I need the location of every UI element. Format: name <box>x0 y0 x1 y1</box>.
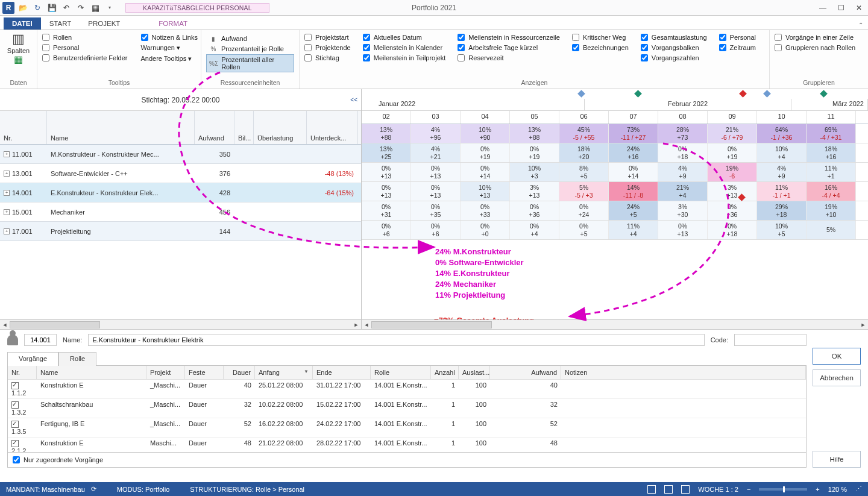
grid-cell[interactable]: 0%+5 <box>559 221 609 239</box>
cb-aktuelles-datum[interactable] <box>363 34 370 41</box>
table-row[interactable]: +15.001Mechaniker456 <box>0 202 361 222</box>
tab-datei[interactable]: DATEI <box>4 17 41 30</box>
grid-cell[interactable]: 13%+25 <box>362 143 411 162</box>
dcol-notizen[interactable]: Notizen <box>561 366 806 379</box>
refresh-status-icon[interactable]: ⟳ <box>91 485 96 493</box>
dcol-projekt[interactable]: Projekt <box>146 366 185 379</box>
grid-cell[interactable]: 4%+9 <box>658 163 708 181</box>
dcol-auslast[interactable]: Auslast... <box>459 366 490 379</box>
dcol-aufwand[interactable]: Aufwand <box>490 366 561 379</box>
grid-cell[interactable]: 8%+5 <box>559 163 609 181</box>
grid-cell[interactable]: 0%+13 <box>362 182 411 201</box>
cb-reservezeit[interactable] <box>458 54 465 61</box>
column-excel-icon[interactable]: ▦ <box>14 57 23 63</box>
grid-cell[interactable]: 45%-5 / +55 <box>559 124 609 143</box>
grid-cell[interactable]: 73%-11 / +27 <box>609 124 658 143</box>
grid-cell[interactable]: 64%-1 / +36 <box>757 124 807 143</box>
dcol-name[interactable]: Name <box>37 366 146 379</box>
grid-cell[interactable]: 0%+13 <box>411 163 461 181</box>
expand-icon[interactable]: + <box>4 151 10 157</box>
grid-cell[interactable]: 18%+20 <box>559 143 609 162</box>
detail-row[interactable]: 1.3.5Fertigung, IB E_Maschi...Dauer5216.… <box>8 418 806 438</box>
grid-cell[interactable]: 0%+6 <box>362 221 411 239</box>
dcol-anzahl[interactable]: Anzahl <box>431 366 459 379</box>
ok-button[interactable]: OK <box>813 348 861 365</box>
grid-cell[interactable]: 21%-6 / +79 <box>708 124 757 143</box>
tab-projekt[interactable]: PROJEKT <box>80 17 128 30</box>
cb-vorgangszahlen[interactable] <box>641 54 648 61</box>
expand-icon[interactable]: + <box>4 228 10 234</box>
cb-gesamtauslastung[interactable] <box>641 34 648 41</box>
zoom-out-icon[interactable]: − <box>747 486 750 493</box>
dcol-ende[interactable]: Ende <box>313 366 371 379</box>
dcol-anfang[interactable]: Anfang▼ <box>255 366 313 379</box>
view-icon-1[interactable] <box>647 485 656 494</box>
grid-cell[interactable]: 0%+33 <box>461 201 510 220</box>
grid-cell[interactable]: 21%+4 <box>658 182 708 201</box>
table-row[interactable]: +17.001Projektleitung144 <box>0 222 361 241</box>
grid-cell[interactable]: 3%+30 <box>658 201 708 220</box>
grid-cell[interactable]: 3%+13 <box>708 182 757 201</box>
grid-cell[interactable]: 3%+13 <box>510 182 559 201</box>
detail-row[interactable]: 2.1.2Konstruktion EMaschi...Dauer4821.02… <box>8 438 806 452</box>
col-uberlastung[interactable]: Überlastung <box>254 111 307 144</box>
columns-icon[interactable]: ▥ <box>12 33 25 46</box>
cb-arbeitsfrei[interactable] <box>458 44 465 51</box>
export-icon[interactable]: ▦ <box>89 2 101 14</box>
cb-projektstart[interactable] <box>304 34 312 41</box>
scroll-left-arrow-icon[interactable]: ◄ <box>0 322 10 328</box>
grid-cell[interactable]: 0%+14 <box>461 163 510 181</box>
grid-cell[interactable]: 24%+5 <box>609 201 658 220</box>
expand-icon[interactable]: + <box>4 190 10 196</box>
grid-cell[interactable]: 10%+13 <box>461 182 510 201</box>
qat-dropdown-icon[interactable]: ▾ <box>104 2 116 14</box>
tab-format[interactable]: FORMAT <box>128 17 218 30</box>
grid-cell[interactable]: 0%+35 <box>411 201 461 220</box>
col-bild[interactable]: Bil... <box>234 111 254 144</box>
cb-zeitraum[interactable] <box>719 44 726 51</box>
row-checkbox[interactable] <box>11 421 19 428</box>
row-checkbox[interactable] <box>11 440 19 447</box>
detail-row[interactable]: 1.1.2Konstruktion E_Maschi...Dauer4025.0… <box>8 380 806 399</box>
refresh-icon[interactable]: ↻ <box>31 2 43 14</box>
tab-rolle[interactable]: Rolle <box>58 352 96 366</box>
row-checkbox[interactable] <box>11 401 19 409</box>
cb-notizen[interactable] <box>141 34 148 41</box>
grid-cell[interactable]: 0%+13 <box>411 182 461 201</box>
grid-cell[interactable]: 0%+19 <box>510 143 559 162</box>
grid-cell[interactable]: 29%+18 <box>757 201 807 220</box>
grid-cell[interactable]: 0%+0 <box>461 221 510 239</box>
dropdown-warnungen[interactable]: Warnungen ▾ <box>141 44 198 52</box>
cb-personal-anz[interactable] <box>719 34 726 41</box>
re-prozent-je-rolle[interactable]: %Prozentanteil je Rolle <box>206 44 294 54</box>
cb-gruppieren-rollen[interactable] <box>775 44 782 51</box>
grid-cell[interactable]: 5% <box>807 221 856 239</box>
grid-cell[interactable]: 10%+5 <box>757 221 807 239</box>
expand-icon[interactable]: + <box>4 209 10 215</box>
cb-benutzer[interactable] <box>42 54 49 61</box>
detail-row[interactable]: 1.3.2Schaltschrankbau_Maschi...Dauer3210… <box>8 399 806 418</box>
grid-cell[interactable]: 0%+6 <box>411 221 461 239</box>
detail-code-field[interactable] <box>734 334 807 346</box>
table-row[interactable]: +14.001E.Konstrukteur - Konstrukteur Ele… <box>0 183 361 202</box>
dcol-nr[interactable]: Nr. <box>8 366 37 379</box>
grid-cell[interactable]: 13%+88 <box>510 124 559 143</box>
table-row[interactable]: +13.001Software-Entwickler - C++376-48 (… <box>0 164 361 183</box>
grid-cell[interactable]: 24%+16 <box>609 143 658 162</box>
col-nr[interactable]: Nr. <box>0 111 47 144</box>
dcol-dauer[interactable]: Dauer <box>224 366 255 379</box>
scroll-right-arrow-icon[interactable]: ► <box>858 322 868 328</box>
grid-cell[interactable]: 13%+88 <box>362 124 411 143</box>
cb-stichtag[interactable] <box>304 54 312 61</box>
cb-meil-ressourcen[interactable] <box>458 34 465 41</box>
grid-cell[interactable]: 0%+19 <box>461 143 510 162</box>
grid-cell[interactable]: 16%-4 / +4 <box>807 182 856 201</box>
timeline-h-scrollbar[interactable]: ◄ ► <box>362 319 868 329</box>
grid-cell[interactable]: 28%+73 <box>658 124 708 143</box>
re-aufwand[interactable]: ▮Aufwand <box>206 34 294 43</box>
grid-cell[interactable]: 69%-4 / +31 <box>807 124 856 143</box>
help-button[interactable]: Hilfe <box>813 451 861 468</box>
dcol-rolle[interactable]: Rolle <box>371 366 431 379</box>
table-row[interactable]: +11.001M.Konstrukteur - Konstrukteur Mec… <box>0 145 361 164</box>
grid-cell[interactable]: 0%+18 <box>708 221 757 239</box>
